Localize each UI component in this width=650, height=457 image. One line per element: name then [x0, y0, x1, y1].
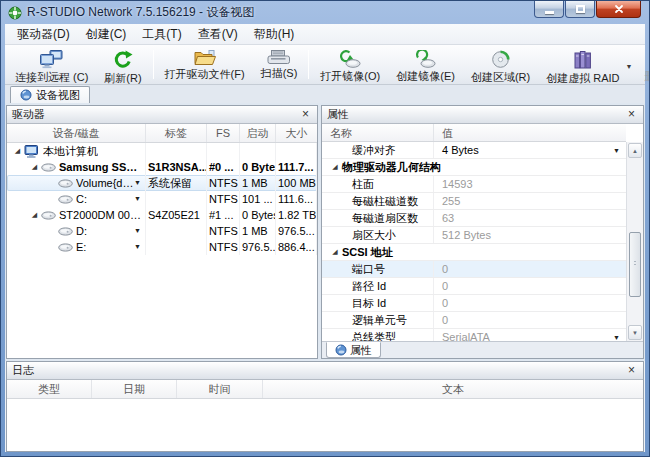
scroll-down-icon[interactable]: ▼ [628, 325, 642, 340]
drives-column-header-2[interactable]: FS [207, 124, 240, 142]
toolbar-scan-button[interactable]: 扫描(S) [253, 47, 306, 82]
property-row-9[interactable]: 目标 Id0 [322, 295, 626, 312]
toolbar-refresh-button[interactable]: 刷新(R) [96, 47, 149, 82]
device-name-cell: ◢本地计算机 [7, 143, 146, 159]
toolbar-create-image-button[interactable]: 创建镜像(E) [388, 47, 463, 82]
device-fs-cell: #0 ... [207, 159, 240, 175]
tab-device-view[interactable]: 设备视图 [10, 86, 90, 103]
log-body [7, 399, 643, 451]
app-window: R-STUDIO Network 7.5.156219 - 设备视图 驱动器(D… [0, 0, 650, 457]
properties-tabbar: 属性 [322, 341, 643, 358]
property-row-2[interactable]: 柱面14593 [322, 176, 626, 193]
property-value: 14593 [434, 176, 626, 192]
menu-item-drives[interactable]: 驱动器(D) [9, 24, 78, 45]
property-name: ◢SCSI 地址 [322, 244, 626, 260]
device-name-cell: ◢ST2000DM 001... [7, 207, 146, 223]
tab-properties[interactable]: 属性 [326, 342, 381, 358]
row-dropdown-icon[interactable]: ▼ [134, 191, 145, 207]
drive-row-1[interactable]: ◢Samsung SSD ...S1R3NSA...#0 ...0 Bytes1… [7, 159, 317, 175]
property-row-0[interactable]: 缓冲对齐4 Bytes▼ [322, 142, 626, 159]
drives-column-header-3[interactable]: 启动 [240, 124, 276, 142]
tree-expander-icon[interactable]: ◢ [28, 159, 41, 175]
minimize-button[interactable] [534, 1, 564, 18]
toolbar-create-region-button[interactable]: 创建区域(R) [463, 47, 538, 82]
property-row-4[interactable]: 每磁道扇区数63 [322, 210, 626, 227]
row-dropdown-icon[interactable]: ▼ [134, 223, 145, 239]
toolbar-separator [308, 50, 309, 79]
property-row-10[interactable]: 逻辑单元号0 [322, 312, 626, 329]
device-size-cell [276, 143, 317, 159]
row-dropdown-icon[interactable]: ▼ [134, 239, 145, 255]
log-column-header-2[interactable]: 时间 [177, 380, 263, 398]
tree-expander-icon[interactable]: ◢ [328, 244, 342, 260]
log-column-header-3[interactable]: 文本 [263, 380, 643, 398]
property-group-row-1[interactable]: ◢物理驱动器几何结构 [322, 159, 626, 176]
value-dropdown-icon[interactable]: ▼ [613, 142, 620, 159]
row-dropdown-icon[interactable]: ▼ [134, 175, 145, 191]
drive-row-4[interactable]: ◢ST2000DM 001...S4Z05E21#1 ...0 Bytes1.8… [7, 207, 317, 223]
menu-item-create[interactable]: 创建(C) [78, 24, 135, 45]
log-panel-header: 日志 × [7, 362, 643, 380]
toolbar-create-virtual-raid-button[interactable]: ▼创建虚拟 RAID [538, 47, 636, 82]
property-value: 4 Bytes [434, 142, 626, 158]
menu-item-tools[interactable]: 工具(T) [134, 24, 189, 45]
toolbar-connect-remote-button[interactable]: 连接到远程 (C) [7, 47, 96, 82]
properties-column-header-0[interactable]: 名称 [322, 124, 434, 141]
device-fs-cell: #1 ... [207, 207, 240, 223]
drive-row-6[interactable]: E:▼NTFS976.5...886.4... [7, 239, 317, 255]
device-fs-cell: NTFS [207, 191, 240, 207]
device-name-cell: Volume{d42...▼ [7, 175, 146, 191]
tree-expander-icon[interactable]: ◢ [328, 159, 342, 175]
drives-panel: 驱动器 × 设备/磁盘标签FS启动大小 ◢本地计算机◢Samsung SSD .… [6, 105, 318, 359]
log-column-header-1[interactable]: 日期 [92, 380, 177, 398]
property-value: 0 [434, 295, 626, 311]
tab-properties-label: 属性 [350, 343, 372, 358]
drive-row-2[interactable]: Volume{d42...▼系统保留NTFS1 MB100 MB [7, 175, 317, 191]
toolbar-button-label: 创建镜像(E) [396, 69, 455, 84]
drive-row-0[interactable]: ◢本地计算机 [7, 143, 317, 159]
drives-column-header-1[interactable]: 标签 [146, 124, 207, 142]
drives-column-header-4[interactable]: 大小 [276, 124, 317, 142]
log-panel-close-icon[interactable]: × [625, 362, 638, 379]
drives-column-header-0[interactable]: 设备/磁盘 [7, 124, 146, 142]
dropdown-arrow-icon[interactable]: ▼ [626, 63, 633, 70]
properties-panel-close-icon[interactable]: × [625, 106, 638, 123]
property-row-5[interactable]: 扇区大小512 Bytes [322, 227, 626, 244]
device-name-label: Samsung SSD ... [59, 159, 145, 175]
device-fs-cell: NTFS [207, 223, 240, 239]
scroll-up-icon[interactable]: ▲ [628, 143, 642, 158]
property-name: 路径 Id [322, 278, 434, 294]
properties-panel: 属性 × 名称值 缓冲对齐4 Bytes▼◢物理驱动器几何结构柱面14593每磁… [321, 105, 644, 359]
create-image-icon [415, 50, 436, 68]
view-tabbar: 设备视图 [5, 85, 645, 103]
property-value: 0 [434, 278, 626, 294]
toolbar-open-image-button[interactable]: 打开镜像(O) [312, 47, 388, 82]
computer-icon [24, 145, 40, 158]
properties-column-header-1[interactable]: 值 [434, 124, 626, 141]
toolbar-button-label: 刷新(R) [104, 71, 141, 86]
scan-icon [267, 50, 291, 65]
drives-column-headers: 设备/磁盘标签FS启动大小 [7, 124, 317, 143]
drives-panel-close-icon[interactable]: × [299, 106, 312, 123]
drive-row-5[interactable]: D:▼NTFS1 MB976.5... [7, 223, 317, 239]
tree-expander-icon[interactable]: ◢ [11, 143, 24, 159]
device-name-label: ST2000DM 001... [59, 207, 145, 223]
drive-row-3[interactable]: C:▼NTFS101 ...111.6... [7, 191, 317, 207]
properties-panel-header: 属性 × [322, 106, 643, 124]
maximize-icon [576, 5, 585, 13]
close-button[interactable] [596, 1, 641, 18]
toolbar-open-drive-file-button[interactable]: 打开驱动文件(F) [157, 47, 253, 82]
maximize-button[interactable] [565, 1, 595, 18]
properties-scrollbar[interactable]: ▲ ▼ [626, 142, 643, 341]
property-row-3[interactable]: 每磁柱磁道数255 [322, 193, 626, 210]
log-column-header-0[interactable]: 类型 [7, 380, 92, 398]
property-row-7[interactable]: 端口号0 [322, 261, 626, 278]
tree-expander-icon[interactable]: ◢ [28, 207, 41, 223]
menu-item-view[interactable]: 查看(V) [190, 24, 246, 45]
property-value: 0 [434, 261, 626, 277]
menu-item-help[interactable]: 帮助(H) [246, 24, 303, 45]
tab-device-view-label: 设备视图 [36, 88, 80, 103]
scroll-thumb[interactable] [629, 232, 641, 298]
property-group-row-6[interactable]: ◢SCSI 地址 [322, 244, 626, 261]
property-row-8[interactable]: 路径 Id0 [322, 278, 626, 295]
